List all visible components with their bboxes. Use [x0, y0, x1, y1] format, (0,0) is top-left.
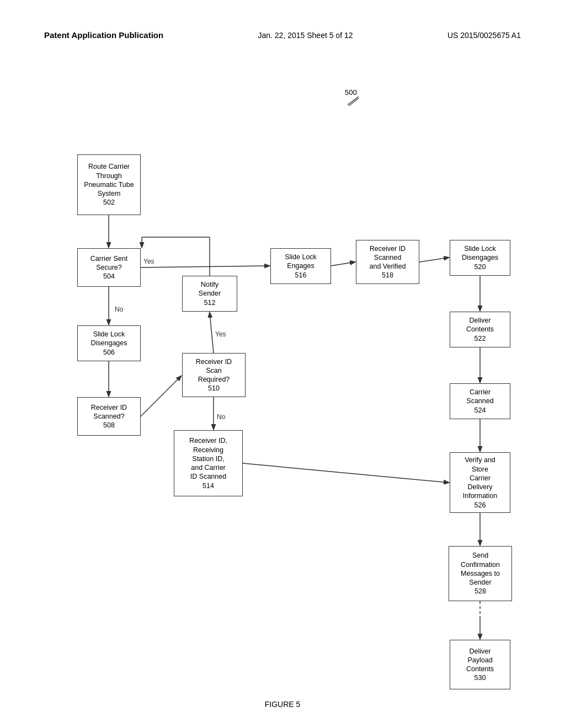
svg-line-2 [141, 266, 269, 267]
box-520: Slide LockDisengages520 [450, 240, 510, 276]
svg-text:No: No [217, 413, 226, 421]
svg-line-20 [243, 463, 449, 483]
svg-text:Yes: Yes [215, 330, 226, 338]
page: Patent Application Publication Jan. 22, … [0, 0, 565, 728]
box-510: Receiver IDScanRequired?510 [182, 353, 246, 397]
header-left: Patent Application Publication [44, 30, 163, 40]
box-524: CarrierScanned524 [450, 383, 510, 419]
svg-text:Yes: Yes [143, 258, 154, 265]
box-506: Slide LockDisengages506 [77, 325, 141, 361]
header-right: US 2015/0025675 A1 [447, 31, 521, 40]
box-528: SendConfirmationMessages toSender528 [449, 546, 512, 601]
box-530: DeliverPayloadContents530 [450, 640, 510, 689]
svg-line-0 [348, 97, 359, 105]
box-502: Route CarrierThroughPneumatic TubeSystem… [77, 154, 141, 215]
box-504: Carrier SentSecure?504 [77, 248, 141, 287]
svg-line-15 [331, 262, 355, 266]
diagram: 500 Route CarrierThroughPneumatic TubeSy… [33, 72, 532, 695]
header: Patent Application Publication Jan. 22, … [0, 30, 565, 40]
header-center: Jan. 22, 2015 Sheet 5 of 12 [258, 31, 353, 40]
box-522: DeliverContents522 [450, 312, 510, 347]
svg-line-24 [349, 98, 359, 106]
svg-line-7 [141, 376, 181, 416]
box-514: Receiver ID,ReceivingStation ID,and Carr… [174, 430, 243, 496]
box-512: NotifySender512 [182, 276, 237, 312]
figure-caption: FIGURE 5 [265, 700, 301, 709]
svg-line-8 [210, 313, 214, 353]
svg-line-16 [419, 258, 449, 262]
box-516: Slide LockEngages516 [270, 248, 331, 284]
box-518: Receiver IDScannedand Verified518 [356, 240, 419, 284]
svg-text:No: No [115, 306, 124, 313]
ref-500: 500 [345, 88, 357, 97]
box-526: Verify andStoreCarrierDeliveryInformatio… [450, 452, 510, 513]
box-508: Receiver IDScanned?508 [77, 397, 141, 436]
